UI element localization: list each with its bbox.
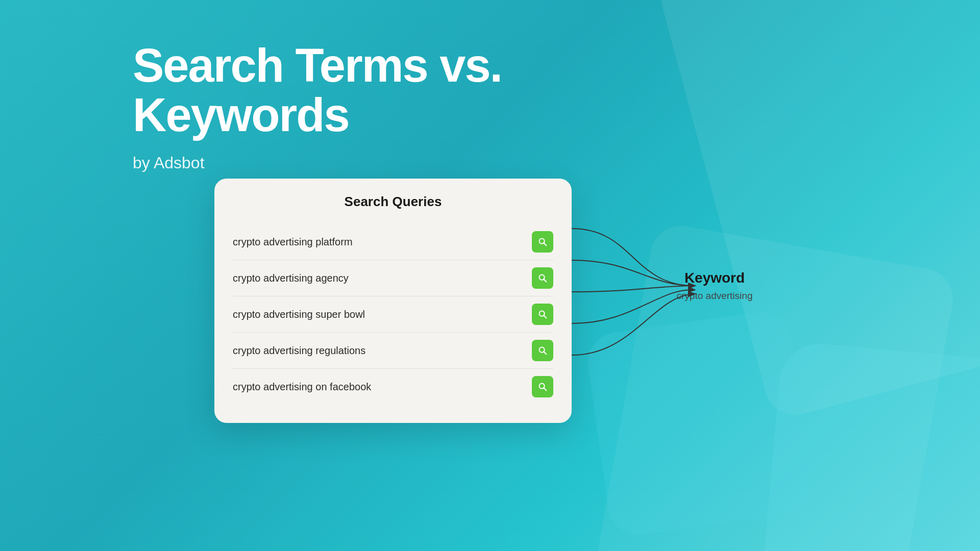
search-icon-1 xyxy=(537,236,548,247)
search-button-3[interactable] xyxy=(532,304,553,325)
query-text-4: crypto advertising regulations xyxy=(233,345,524,357)
svg-line-1 xyxy=(544,243,546,245)
query-text-5: crypto advertising on facebook xyxy=(233,381,524,393)
query-text-3: crypto advertising super bowl xyxy=(233,309,524,320)
svg-line-7 xyxy=(544,352,546,354)
query-text-1: crypto advertising platform xyxy=(233,236,524,248)
query-row-3: crypto advertising super bowl xyxy=(233,296,553,333)
search-button-4[interactable] xyxy=(532,340,553,361)
search-button-1[interactable] xyxy=(532,231,553,253)
search-queries-card: Search Queries crypto advertising platfo… xyxy=(214,179,572,423)
search-icon-4 xyxy=(537,345,548,356)
search-icon-2 xyxy=(537,272,548,284)
search-button-5[interactable] xyxy=(532,376,553,397)
keyword-value: crypto advertising xyxy=(658,290,771,302)
query-row-4: crypto advertising regulations xyxy=(233,333,553,369)
query-row-5: crypto advertising on facebook xyxy=(233,369,553,405)
byline: by Adsbot xyxy=(133,154,980,172)
keyword-label: Keyword xyxy=(658,270,771,286)
search-icon-3 xyxy=(537,309,548,320)
query-row-2: crypto advertising agency xyxy=(233,260,553,296)
keyword-box: Keyword crypto advertising xyxy=(658,270,771,302)
search-icon-5 xyxy=(537,381,548,392)
svg-line-9 xyxy=(544,388,546,390)
svg-line-3 xyxy=(544,279,546,282)
search-button-2[interactable] xyxy=(532,267,553,289)
diagram-wrapper: Search Queries crypto advertising platfo… xyxy=(214,179,801,393)
query-row-1: crypto advertising platform xyxy=(233,224,553,260)
page-title: Search Terms vs. Keywords xyxy=(133,41,643,139)
svg-line-5 xyxy=(544,315,546,318)
query-list: crypto advertising platform crypto adver… xyxy=(233,224,553,405)
card-title: Search Queries xyxy=(233,194,553,210)
query-text-2: crypto advertising agency xyxy=(233,272,524,284)
content-area: Search Terms vs. Keywords by Adsbot xyxy=(0,0,980,172)
